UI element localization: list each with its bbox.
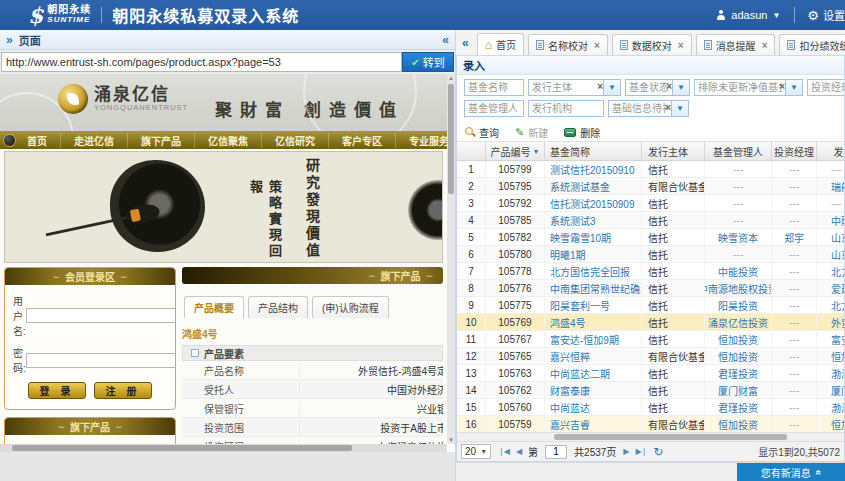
product-tab[interactable]: 产品结构 [248,296,308,318]
clear-icon[interactable]: × [665,103,671,113]
site-nav-item[interactable]: 亿信聚焦 [195,133,262,148]
site-nav-item[interactable]: 首页 [14,133,61,148]
dropdown-arrow-icon[interactable]: ▼ [786,79,803,96]
collapse-left-icon[interactable]: « [442,33,449,47]
table-row[interactable]: 2105795系统测试基金有限合伙基金------瑞航 [457,178,844,195]
first-page-button[interactable]: ❘◀ [498,447,509,456]
table-row[interactable]: 15105760中尚蓝达信托君瑾投资---渤海 [457,399,844,416]
table-row[interactable]: 13105763中尚蓝达二期信托君瑾投资---渤海 [457,365,844,382]
dropdown-arrow-icon[interactable]: ▼ [604,79,621,96]
table-row[interactable]: 6105780明曦1期信托------山东 [457,246,844,263]
filter-input[interactable] [528,100,604,117]
create-button[interactable]: ✎ 新建 [515,125,548,140]
table-row[interactable]: 14105762财富泰康信托厦门财富---厦门 [457,382,844,399]
vertical-scroll-thumb[interactable] [448,84,454,194]
site-nav-item[interactable]: 亿信研究 [262,133,329,148]
last-page-button[interactable]: ▶❘ [635,447,646,456]
table-row[interactable]: 4105785系统测试3信托------中融 [457,212,844,229]
search-button[interactable]: 查询 [465,125,499,140]
site-nav-item[interactable]: 旗下产品 [128,133,195,148]
page-number-input[interactable] [545,445,567,459]
clear-icon[interactable]: × [597,82,603,92]
grid-header-pm[interactable]: 投资经理 [772,142,817,160]
clear-icon[interactable]: × [666,82,672,92]
filter-input[interactable] [608,100,672,117]
close-icon[interactable]: × [678,40,684,51]
cell-name-link[interactable]: 富安达-恒加9期 [545,331,642,347]
cell-name-link[interactable]: 映雪霜雪10期 [545,229,642,245]
filter-input[interactable] [464,79,524,96]
filter-input[interactable] [464,100,524,117]
tab-扣分绩效统计[interactable]: 扣分绩效统计× [779,34,845,55]
horizontal-scroll-thumb[interactable] [12,445,352,451]
filter-input[interactable] [694,79,786,96]
tab-名称校对[interactable]: 名称校对× [528,34,608,55]
go-button[interactable]: ✔ 转到 [402,52,454,72]
table-row[interactable]: 12105765嘉兴恒粹有限合伙基金恒加投资---恒加 [457,348,844,365]
clear-icon[interactable]: × [779,82,785,92]
table-row[interactable]: 7105778北方国信完全回报信托中能投资---北方 [457,263,844,280]
table-row[interactable]: 9105775阳昊套利一号信托阳昊投资---北方 [457,297,844,314]
tab-首页[interactable]: ⌂首页 [477,33,524,55]
cell-name-link[interactable]: 系统测试3 [545,212,642,228]
username-field[interactable] [26,308,176,323]
cell-name-link[interactable]: 明曦1期 [545,246,642,262]
cell-name-link[interactable]: 鸿盛4号 [545,314,642,330]
cell-name-link[interactable]: 测试信托20150910 [545,161,642,177]
cell-name-link[interactable]: 信托测试20150909 [545,195,642,211]
table-row[interactable]: 5105782映雪霜雪10期信托映雪资本郑宇山东 [457,229,844,246]
close-icon[interactable]: × [762,40,768,51]
cell-name-link[interactable]: 中尚蓝达二期 [545,365,642,381]
password-field[interactable] [26,353,176,368]
product-tab[interactable]: 产品概要 [184,296,244,318]
cell-name-link[interactable]: 北方国信完全回报 [545,263,642,279]
settings-button[interactable]: ⚙ 设置 [807,7,845,23]
table-row[interactable]: 1105799测试信托20150910信托--------- [457,161,844,178]
grid-scroll-thumb[interactable] [554,434,787,440]
url-input[interactable] [1,52,402,72]
site-nav-item[interactable]: 走进亿信 [61,133,128,148]
register-button[interactable]: 注 册 [94,382,152,399]
page-size-select[interactable]: 20 ▼ [461,444,491,459]
prev-page-button[interactable]: ◀ [516,447,521,456]
grid-header-manager[interactable]: 基金管理人 [705,142,772,160]
checkbox-icon[interactable] [191,349,199,357]
dropdown-arrow-icon[interactable]: ▼ [672,100,689,117]
table-row[interactable]: 11105767富安达-恒加9期信托恒加投资---富安 [457,331,844,348]
grid-horizontal-scrollbar[interactable] [457,432,844,441]
grid-header-org[interactable]: 发行机构 [817,142,844,160]
filter-input[interactable] [807,79,845,96]
site-nav-item[interactable]: 专业服务 [396,133,447,148]
cell-name-link[interactable]: 嘉兴吉睿 [545,416,642,432]
cell-name-link[interactable]: 财富泰康 [545,382,642,398]
delete-button[interactable]: 删除 [564,125,600,140]
webpage-vertical-scrollbar[interactable]: ▲ ▼ [447,74,455,444]
expand-icon[interactable]: » [6,33,13,47]
webpage-horizontal-scrollbar[interactable] [0,444,447,452]
cell-name-link[interactable]: 中南集团常熟世纪确城 [545,280,642,296]
new-message-button[interactable]: 您有新消息 « [737,463,845,481]
site-nav-item[interactable]: 客户专区 [329,133,396,148]
login-button[interactable]: 登 录 [28,382,86,399]
reload-icon[interactable]: ↻ [653,445,663,459]
cell-name-link[interactable]: 嘉兴恒粹 [545,348,642,364]
table-row[interactable]: 8105776中南集团常熟世纪确城信托中南源地股权投资---爱建 [457,280,844,297]
grid-header-issuer[interactable]: 发行主体 [642,142,705,160]
table-row[interactable]: 16105759嘉兴吉睿有限合伙基金恒加投资---恒加 [457,416,844,433]
table-row[interactable]: 10105769鸿盛4号信托涌泉亿信投资---外贸 [457,314,844,331]
grid-header-code[interactable]: 产品编号▼ [486,142,545,160]
user-menu[interactable]: adasun ▼ [716,9,780,21]
next-page-button[interactable]: ▶ [623,447,628,456]
table-row[interactable]: 3105792信托测试20150909信托--------- [457,195,844,212]
cell-name-link[interactable]: 中尚蓝达 [545,399,642,415]
filter-input[interactable] [528,79,604,96]
cell-name-link[interactable]: 系统测试基金 [545,178,642,194]
tab-消息提醒[interactable]: 消息提醒× [696,34,776,55]
tab-数据校对[interactable]: 数据校对× [612,34,692,55]
collapse-tabs-icon[interactable]: « [462,36,469,50]
close-icon[interactable]: × [594,40,600,51]
grid-header-name[interactable]: 基金简称 [545,142,642,160]
scroll-up-icon[interactable]: ▲ [447,74,455,82]
product-tab[interactable]: (申)认购流程 [312,296,389,318]
dropdown-arrow-icon[interactable]: ▼ [673,79,690,96]
